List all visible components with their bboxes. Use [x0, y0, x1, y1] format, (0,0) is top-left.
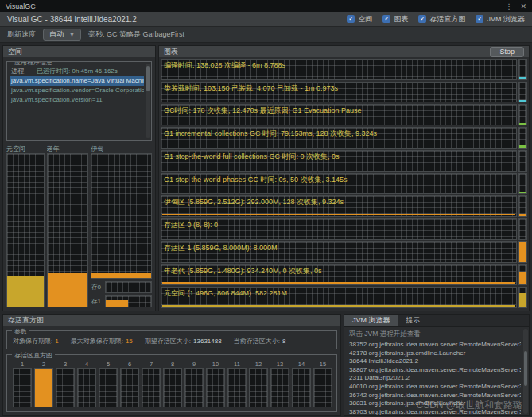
gc-policy-label: 毫秒. GC 策略是 GarbageFirst — [88, 29, 184, 40]
chevron-down-icon: ▼ — [69, 32, 75, 37]
jvm-browser-view-checkbox[interactable]: ✓JVM 浏览器 — [476, 14, 525, 25]
old-gen-label: 老年 — [47, 145, 89, 153]
histogram-slot-number: 14 — [292, 361, 311, 368]
graph-current-value-bar — [518, 195, 527, 217]
histogram-slot-number: 12 — [249, 361, 268, 368]
jvm-process-item[interactable]: 2311 DataGrip2021.2 — [349, 374, 521, 383]
eden-bar — [91, 153, 152, 279]
app-info-line[interactable]: java.vm.specification.vendor=Oracle Corp… — [10, 86, 144, 95]
graph-row: 元空间 (1.496G, 806.844M): 582.281M — [161, 287, 527, 308]
histogram-slot: 11 — [227, 361, 247, 407]
eden-column: 伊甸 存0 存1 — [91, 145, 152, 307]
histogram-panel: 存活直方图 参数 对象保存期限:1最大对象保存期限:15期望存活区大小:1363… — [2, 314, 341, 416]
graph-current-value-bar — [518, 150, 527, 172]
graph-row-label: GC时间: 178 次收集, 12.470s 最近原因: G1 Evacuati… — [164, 106, 362, 116]
graph-row-label: 元空间 (1.496G, 806.844M): 582.281M — [164, 288, 287, 299]
jvm-list-scrollbar[interactable] — [523, 329, 528, 414]
app-info-scrollbar[interactable] — [146, 64, 150, 138]
session-title: Visual GC - 38644 IntelliJIdea2021.2 — [7, 15, 137, 24]
histogram-slot-bar — [56, 368, 75, 407]
jvm-browser-content: 双击 JVM 进程开始查看 38752 org.jetbrains.idea.m… — [344, 327, 529, 415]
histogram-slot-bar — [142, 368, 161, 407]
metaspace-label: 元空间 — [6, 145, 45, 153]
graphs-panel-title: 图表 — [164, 47, 178, 57]
old-gen-bar — [47, 153, 89, 307]
jvm-process-item[interactable]: 38703 org.jetbrains.idea.maven.server.Re… — [349, 408, 521, 415]
view-toggles: ✓空间✓图表✓存活直方图✓JVM 浏览器 — [347, 14, 525, 25]
histogram-slot-number: 9 — [184, 361, 204, 368]
graph-plot-area: 年老代 (5.859G, 1.480G): 934.240M, 0 次收集, 0… — [161, 264, 517, 286]
graph-current-value-bar — [518, 59, 527, 80]
old-gen-column: 老年 — [47, 145, 89, 307]
graph-row-label: 伊甸区 (5.859G, 2.512G): 292.000M, 128 次收集,… — [164, 197, 344, 207]
histogram-slot: 15 — [313, 361, 332, 407]
histogram-slot-bar — [34, 368, 53, 407]
tab-jvm-browser[interactable]: JVM 浏览器 — [344, 315, 398, 326]
app-info-line[interactable]: 进程已运行时间: 0h 45m 46.162s — [10, 67, 144, 76]
histogram-panel-title: 存活直方图 — [8, 315, 44, 326]
eden-label: 伊甸 — [91, 145, 152, 153]
parameters-group: 参数 对象保存期限:1最大对象保存期限:15期望存活区大小:13631488当前… — [6, 330, 337, 349]
graph-current-value-bar — [518, 218, 527, 240]
metaspace-bar — [6, 153, 45, 307]
histogram-slot-bar — [77, 368, 96, 407]
graph-current-value-bar — [518, 241, 527, 263]
checkbox-label: 存活直方图 — [429, 14, 465, 25]
stop-button[interactable]: Stop — [490, 47, 524, 57]
histogram-slot: 13 — [270, 361, 289, 407]
graph-row-label: 编译时间: 138,028 次编译 - 6m 8.788s — [164, 60, 285, 71]
survivor1-row: 存1 — [91, 295, 152, 307]
jvm-process-item[interactable]: 40010 org.jetbrains.idea.maven.server.Re… — [349, 383, 521, 392]
spaces-panel-header: 空间 — [3, 46, 155, 57]
tab-hint[interactable]: 提示 — [398, 315, 429, 326]
histogram-slot: 10 — [206, 361, 225, 407]
graph-current-value-bar — [518, 82, 527, 103]
refresh-rate-select[interactable]: 自动 ▼ — [43, 29, 81, 41]
graph-plot-area: G1 stop-the-world phases GC 时间: 0s, 50 次… — [161, 173, 517, 195]
graph-row-label: 存活区 0 (8, 8): 0 — [164, 220, 218, 230]
jvm-process-item[interactable]: 38831 org.jetbrains.jps.cmdline.Launcher — [349, 400, 521, 408]
application-info-title: 应用程序信息 — [12, 61, 55, 67]
spaces-panel: 空间 应用程序信息 进程已运行时间: 0h 45m 46.162sjava.vm… — [2, 45, 156, 311]
graph-plot-area: G1 stop-the-world full collections GC 时间… — [161, 150, 517, 172]
jvm-process-item[interactable]: 38752 org.jetbrains.idea.maven.server.Re… — [349, 341, 521, 349]
histogram-slot: 2 — [34, 361, 53, 407]
graph-plot-area: 存活区 1 (5.859G, 8.000M): 8.000M — [161, 241, 517, 263]
graphs-view-checkbox[interactable]: ✓图表 — [382, 14, 408, 25]
jvm-process-item[interactable]: 42178 org.jetbrains.jps.cmdline.Launcher — [349, 349, 521, 358]
graph-current-value-bar — [518, 104, 527, 125]
histogram-slot-bar — [313, 368, 332, 407]
app-info-line[interactable]: java.vm.specification.name=Java Virtual … — [10, 76, 144, 86]
jvm-process-item[interactable]: 38644 IntelliJIdea2021.2 — [349, 357, 521, 366]
histogram-view-checkbox[interactable]: ✓存活直方图 — [418, 14, 465, 25]
graph-row-label: G1 incremental collections GC 时间: 79.153… — [164, 129, 377, 139]
spaces-view-checkbox[interactable]: ✓空间 — [347, 14, 372, 25]
survivor1-label: 存1 — [91, 295, 103, 307]
survivor0-label: 存0 — [91, 281, 103, 293]
histogram-slot-number: 5 — [99, 361, 118, 368]
histogram-slot-number: 13 — [270, 361, 289, 368]
menu-icon[interactable]: ⋮ — [505, 2, 512, 10]
histogram-slot-bar — [270, 368, 289, 407]
histogram-slot-number: 7 — [142, 361, 161, 368]
graph-current-value-bar — [518, 127, 527, 149]
close-icon[interactable]: ✕ — [520, 2, 526, 10]
session-header: Visual GC - 38644 IntelliJIdea2021.2 ✓空间… — [0, 12, 532, 27]
refresh-rate-label: 刷新速度 — [7, 29, 36, 40]
graph-row: GC时间: 178 次收集, 12.470s 最近原因: G1 Evacuati… — [161, 104, 527, 125]
checkbox-label: JVM 浏览器 — [487, 14, 525, 25]
graph-row-label: G1 stop-the-world phases GC 时间: 0s, 50 次… — [164, 175, 348, 185]
histogram-slot-number: 1 — [13, 361, 32, 368]
jvm-process-item[interactable]: 36742 org.jetbrains.idea.maven.server.Re… — [349, 392, 521, 400]
app-info-line[interactable]: java.vm.specification.version=11 — [10, 95, 144, 105]
checkbox-label: 图表 — [394, 14, 408, 25]
histogram-slot-bar — [249, 368, 268, 407]
jvm-browser-panel: JVM 浏览器提示 双击 JVM 进程开始查看 38752 org.jetbra… — [344, 314, 530, 416]
jvm-process-item[interactable]: 38867 org.jetbrains.idea.maven.server.Re… — [349, 366, 521, 375]
survivor1-bar — [105, 295, 152, 307]
graph-row: 年老代 (5.859G, 1.480G): 934.240M, 0 次收集, 0… — [161, 264, 527, 286]
survivor0-bar — [105, 281, 152, 293]
histogram-slot-bar — [184, 368, 204, 407]
spaces-visualization: 元空间 老年 伊甸 存0 存1 — [3, 143, 155, 311]
title-bar: VisualGC ⋮ ✕ — [0, 0, 532, 12]
